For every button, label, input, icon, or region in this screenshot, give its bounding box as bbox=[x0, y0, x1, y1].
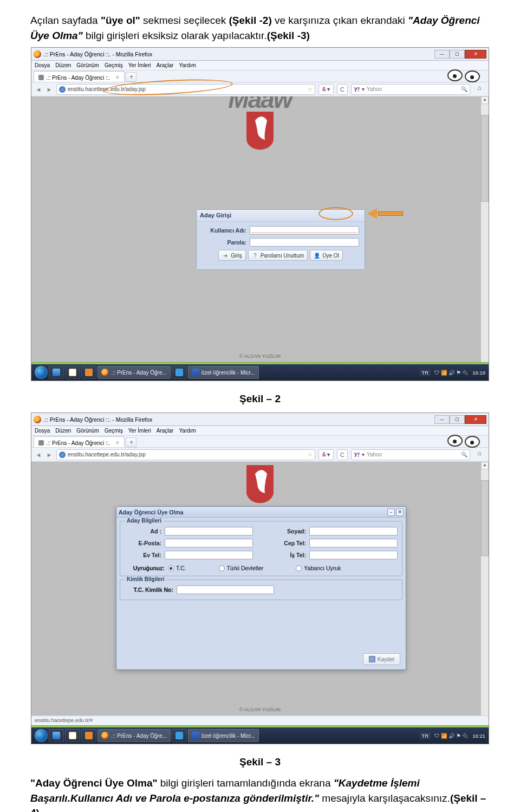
stop-reload-button[interactable]: C bbox=[337, 449, 348, 460]
menu-file[interactable]: Dosya bbox=[35, 62, 50, 68]
arrow-right-icon: ➜ bbox=[222, 252, 229, 259]
menu-view[interactable]: Görünüm bbox=[76, 62, 99, 68]
taskbar-app1[interactable] bbox=[81, 729, 96, 742]
menu-edit[interactable]: Düzen bbox=[55, 62, 71, 68]
window-title-bar: .:: PrEns - Aday Öğrenci ::. - Mozilla F… bbox=[31, 48, 489, 61]
taskbar-firefox[interactable]: .:: PrEns - Aday Öğre... bbox=[98, 729, 171, 742]
menu-bookmarks[interactable]: Yer İmleri bbox=[128, 62, 151, 68]
tray-icons[interactable]: 🛡📶🔊⚑🔌 bbox=[434, 733, 469, 739]
url-input[interactable]: enstitu.hacettepe.edu.tr/aday.jsp ☆ bbox=[56, 449, 315, 460]
search-input[interactable]: Y! ▾ Yahoo 🔍 bbox=[351, 84, 470, 95]
maximize-button[interactable]: ▢ bbox=[450, 415, 465, 424]
annotation-circle-signup bbox=[318, 207, 353, 220]
modal-close-button[interactable]: ✕ bbox=[396, 508, 404, 516]
radio-turki-label: Türki Devletler bbox=[227, 565, 264, 571]
start-button[interactable] bbox=[35, 729, 48, 742]
radio-yabanci[interactable] bbox=[296, 565, 302, 571]
is-input[interactable] bbox=[309, 551, 398, 559]
clock[interactable]: 16:19 bbox=[472, 370, 485, 376]
taskbar-explorer[interactable] bbox=[65, 366, 80, 379]
kaydet-button[interactable]: Kaydet bbox=[363, 653, 400, 665]
stop-reload-button[interactable]: C bbox=[337, 84, 348, 95]
maximize-button[interactable]: ▢ bbox=[450, 50, 465, 59]
close-button[interactable]: ✕ bbox=[465, 415, 486, 424]
eposta-label: E-Posta: bbox=[125, 540, 165, 546]
footer-credit: © ALGAN YAZILIM bbox=[239, 707, 281, 712]
menu-view[interactable]: Görünüm bbox=[76, 428, 99, 434]
modal-minimize-button[interactable]: – bbox=[387, 508, 395, 516]
signup-button[interactable]: 👤Üye Ol bbox=[310, 250, 343, 261]
tab-close-icon[interactable]: ✕ bbox=[115, 440, 120, 446]
taskbar-ie[interactable] bbox=[49, 729, 64, 742]
menu-edit[interactable]: Düzen bbox=[55, 428, 71, 434]
menu-history[interactable]: Geçmiş bbox=[105, 428, 123, 434]
menu-file[interactable]: Dosya bbox=[35, 428, 50, 434]
tray-icons[interactable]: 🛡📶🔊⚑🔌 bbox=[434, 370, 469, 376]
taskbar-app1[interactable] bbox=[81, 366, 96, 379]
hacettepe-logo bbox=[244, 464, 276, 503]
language-indicator[interactable]: TR bbox=[420, 732, 431, 739]
browser-tab-row: .:: PrEns - Aday Öğrenci ::. ✕ + bbox=[31, 436, 489, 448]
start-button[interactable] bbox=[35, 366, 48, 379]
ad-input[interactable] bbox=[165, 527, 253, 536]
vertical-scrollbar[interactable]: ▲ bbox=[481, 96, 489, 362]
tab-favicon-icon bbox=[38, 440, 44, 446]
new-tab-button[interactable]: + bbox=[126, 72, 136, 82]
menu-bookmarks[interactable]: Yer İmleri bbox=[128, 428, 151, 434]
back-button[interactable]: ◄ bbox=[35, 86, 42, 93]
taskbar-word[interactable]: özel öğrencilik - Micr... bbox=[188, 729, 259, 742]
caption-2: Şekil – 2 bbox=[30, 393, 490, 405]
username-input[interactable] bbox=[250, 226, 359, 235]
forward-button[interactable]: ► bbox=[46, 86, 53, 93]
menu-history[interactable]: Geçmiş bbox=[105, 62, 123, 68]
password-input[interactable] bbox=[250, 238, 359, 247]
soyad-input[interactable] bbox=[309, 527, 398, 536]
radio-turki[interactable] bbox=[219, 565, 225, 571]
ev-input[interactable] bbox=[165, 551, 253, 559]
menu-bar: Dosya Düzen Görünüm Geçmiş Yer İmleri Ar… bbox=[31, 426, 489, 436]
and-engine-pill[interactable]: &▾ bbox=[318, 449, 334, 460]
search-input[interactable]: Y! ▾ Yahoo 🔍 bbox=[351, 449, 470, 460]
vertical-scrollbar[interactable]: ▲ bbox=[481, 462, 489, 716]
cep-label: Cep Tel: bbox=[269, 540, 309, 546]
tab-close-icon[interactable]: ✕ bbox=[115, 75, 120, 80]
back-button[interactable]: ◄ bbox=[35, 452, 42, 458]
radio-yabanci-label: Yabancı Uyruk bbox=[304, 565, 341, 571]
minimize-button[interactable]: — bbox=[434, 415, 450, 424]
home-button[interactable]: ⌂ bbox=[473, 449, 485, 460]
taskbar-app2[interactable] bbox=[172, 366, 187, 379]
tcno-input[interactable] bbox=[177, 585, 274, 594]
browser-tab[interactable]: .:: PrEns - Aday Öğrenci ::. ✕ bbox=[34, 71, 125, 82]
forgot-password-button[interactable]: ?Parolamı Unuttum bbox=[248, 250, 308, 261]
taskbar-app2[interactable] bbox=[172, 729, 187, 742]
mascot-eyes-decoration bbox=[445, 67, 485, 82]
radio-tc[interactable] bbox=[168, 565, 174, 571]
home-button[interactable]: ⌂ bbox=[473, 84, 485, 95]
login-button[interactable]: ➜Giriş bbox=[218, 250, 246, 261]
and-engine-pill[interactable]: &▾ bbox=[318, 84, 334, 95]
menu-tools[interactable]: Araçlar bbox=[157, 62, 174, 68]
eposta-input[interactable] bbox=[165, 539, 253, 547]
taskbar-word[interactable]: özel öğrencilik - Micr... bbox=[188, 366, 259, 379]
taskbar-firefox[interactable]: .:: PrEns - Aday Öğre... bbox=[98, 366, 171, 379]
clock[interactable]: 16:21 bbox=[472, 733, 485, 739]
forward-button[interactable]: ► bbox=[46, 452, 53, 458]
uyruk-label: Uyruğunuz: bbox=[128, 565, 168, 571]
search-icon[interactable]: 🔍 bbox=[461, 452, 467, 457]
taskbar-ie[interactable] bbox=[49, 366, 64, 379]
language-indicator[interactable]: TR bbox=[420, 369, 431, 376]
new-tab-button[interactable]: + bbox=[126, 437, 136, 447]
minimize-button[interactable]: — bbox=[434, 50, 450, 59]
search-icon[interactable]: 🔍 bbox=[461, 86, 467, 92]
menu-tools[interactable]: Araçlar bbox=[157, 428, 174, 434]
menu-help[interactable]: Yardım bbox=[179, 428, 196, 434]
help-icon: ? bbox=[252, 252, 258, 259]
soyad-label: Soyad: bbox=[269, 528, 309, 534]
password-label: Parola: bbox=[202, 239, 250, 246]
cep-input[interactable] bbox=[309, 539, 398, 547]
close-button[interactable]: ✕ bbox=[465, 50, 486, 59]
window-title: .:: PrEns - Aday Öğrenci ::. - Mozilla F… bbox=[43, 51, 152, 57]
browser-tab[interactable]: .:: PrEns - Aday Öğrenci ::. ✕ bbox=[34, 436, 125, 447]
taskbar-explorer[interactable] bbox=[65, 729, 80, 742]
menu-help[interactable]: Yardım bbox=[179, 62, 196, 68]
